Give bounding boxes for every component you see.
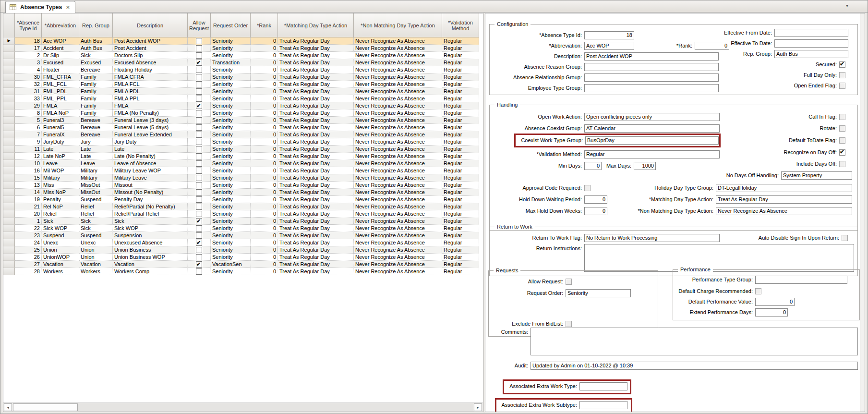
grid-cell[interactable]: 0 xyxy=(251,52,278,59)
grid-cell[interactable]: Post Accident WOP xyxy=(113,37,188,45)
grid-cell[interactable]: Never Recognize As Absence xyxy=(354,196,442,203)
grid-cell[interactable]: Seniority xyxy=(211,138,251,146)
grid-cell[interactable]: Dr Slip xyxy=(42,52,79,59)
column-header[interactable]: *Absence Type Id xyxy=(15,13,42,37)
record-selector[interactable] xyxy=(3,153,15,160)
absence-type-id-input[interactable]: 18 xyxy=(584,31,634,39)
hold-down-waiting-period-input[interactable]: 0 xyxy=(584,195,607,204)
grid-cell[interactable]: Transaction xyxy=(211,59,251,66)
grid-cell[interactable]: 0 xyxy=(251,146,278,153)
table-row[interactable]: 7FuneralXBereaveFuneral Leave ExtendedSe… xyxy=(3,131,479,138)
grid-cell[interactable]: Treat As Regular Day xyxy=(278,88,354,95)
grid-cell[interactable]: Unexc xyxy=(42,239,79,246)
grid-cell[interactable]: 29 xyxy=(15,102,42,110)
employee-type-group-input[interactable] xyxy=(584,84,719,92)
grid-cell[interactable]: 14 xyxy=(15,189,42,196)
grid-cell[interactable]: Auth Bus xyxy=(79,37,113,45)
comments-textarea[interactable] xyxy=(530,328,858,355)
grid-cell[interactable]: Treat As Regular Day xyxy=(278,52,354,59)
grid-cell[interactable]: Seniority xyxy=(211,81,251,88)
grid-cell[interactable]: Regular xyxy=(442,117,479,124)
grid-cell[interactable]: Seniority xyxy=(211,95,251,102)
grid-cell[interactable]: Suspend xyxy=(79,196,113,203)
allow-request-checkbox[interactable] xyxy=(196,88,202,95)
table-row[interactable]: 5Funeral3BereaveFuneral Leave (3 days)Se… xyxy=(3,117,479,124)
min-days-input[interactable]: 0 xyxy=(584,162,602,170)
table-row[interactable]: 14Miss NoPMissOutMissout (No Penalty)Sen… xyxy=(3,189,479,196)
grid-cell[interactable]: 12 xyxy=(15,153,42,160)
allow-request-checkbox[interactable] xyxy=(196,132,202,138)
allow-request-checkbox[interactable] xyxy=(196,139,202,145)
performance-type-group-input[interactable] xyxy=(755,276,847,284)
grid-cell[interactable]: 0 xyxy=(251,73,278,81)
grid-cell[interactable]: Never Recognize As Absence xyxy=(354,59,442,66)
grid-cell[interactable]: Regular xyxy=(442,81,479,88)
absence-coexist-group-input[interactable]: AT-Calendar xyxy=(584,124,720,133)
allow-request-cell[interactable] xyxy=(188,146,211,153)
allow-request-cell[interactable] xyxy=(188,174,211,182)
grid-cell[interactable]: Treat As Regular Day xyxy=(278,117,354,124)
grid-cell[interactable]: Never Recognize As Absence xyxy=(354,45,442,52)
column-header[interactable]: *Matching Day Type Action xyxy=(278,13,354,37)
grid-cell[interactable]: Union xyxy=(79,254,113,261)
allow-request-cell[interactable] xyxy=(188,81,211,88)
grid-cell[interactable]: 11 xyxy=(15,146,42,153)
allow-request-checkbox[interactable] xyxy=(196,110,202,116)
absence-relationship-group-input[interactable] xyxy=(584,73,719,82)
record-selector[interactable] xyxy=(3,196,15,203)
grid-cell[interactable]: Regular xyxy=(442,131,479,138)
grid-cell[interactable]: Treat As Regular Day xyxy=(278,66,354,73)
grid-cell[interactable]: 0 xyxy=(251,160,278,167)
record-selector[interactable] xyxy=(3,73,15,81)
grid-cell[interactable]: Seniority xyxy=(211,189,251,196)
grid-cell[interactable]: 33 xyxy=(15,95,42,102)
grid-cell[interactable]: Treat As Regular Day xyxy=(278,131,354,138)
column-header[interactable]: Allow Request xyxy=(188,13,211,37)
allow-request-checkbox[interactable] xyxy=(196,146,202,152)
allow-request-cell[interactable] xyxy=(188,196,211,203)
table-row[interactable]: 22Sick WOPSickSick WOPSeniority0Treat As… xyxy=(3,225,479,232)
grid-cell[interactable]: Floater xyxy=(42,66,79,73)
grid-cell[interactable]: FMLA FCL xyxy=(113,81,188,88)
allow-request-checkbox[interactable] xyxy=(196,52,202,59)
grid-cell[interactable]: Never Recognize As Absence xyxy=(354,225,442,232)
grid-cell[interactable]: 19 xyxy=(15,196,42,203)
max-hold-down-weeks-input[interactable]: 0 xyxy=(584,207,607,215)
grid-cell[interactable]: Treat As Regular Day xyxy=(278,81,354,88)
record-selector[interactable] xyxy=(3,131,15,138)
table-row[interactable]: 16Mil WOPMilitaryMilitary Leave WOPSenio… xyxy=(3,167,479,174)
record-selector[interactable] xyxy=(3,146,15,153)
column-header[interactable]: *Abbreviation xyxy=(42,13,79,37)
table-row[interactable]: 33FML_PPLFamilyFMLA PPLSeniority0Treat A… xyxy=(3,95,479,102)
grid-cell[interactable]: Treat As Regular Day xyxy=(278,239,354,246)
grid-cell[interactable]: Family xyxy=(79,73,113,81)
allow-request-cell[interactable] xyxy=(188,203,211,210)
grid-cell[interactable]: Unexc xyxy=(79,239,113,246)
grid-cell[interactable]: Never Recognize As Absence xyxy=(354,102,442,110)
grid-cell[interactable]: Regular xyxy=(442,254,479,261)
grid-cell[interactable]: Military Leave xyxy=(113,174,188,182)
grid-cell[interactable]: 0 xyxy=(251,203,278,210)
grid-cell[interactable]: Seniority xyxy=(211,45,251,52)
grid-cell[interactable]: 28 xyxy=(15,268,42,275)
grid-cell[interactable]: 0 xyxy=(251,239,278,246)
record-selector[interactable] xyxy=(3,95,15,102)
grid-cell[interactable]: Family xyxy=(79,102,113,110)
table-row[interactable]: 30FML_CFRAFamilyFMLA CFRASeniority0Treat… xyxy=(3,73,479,81)
grid-cell[interactable]: Regular xyxy=(442,146,479,153)
allow-request-checkbox[interactable] xyxy=(196,247,202,253)
allow-request-cell[interactable] xyxy=(188,88,211,95)
horizontal-scrollbar[interactable]: ◄ ► xyxy=(3,402,483,412)
grid-cell[interactable]: Regular xyxy=(442,138,479,146)
grid-cell[interactable]: 0 xyxy=(251,174,278,182)
record-selector[interactable] xyxy=(3,239,15,246)
allow-request-checkbox[interactable] xyxy=(196,45,202,51)
record-selector[interactable] xyxy=(3,174,15,182)
no-days-off-handling-input[interactable]: System Property xyxy=(781,171,852,180)
grid-cell[interactable]: Seniority xyxy=(211,73,251,81)
record-selector[interactable] xyxy=(3,232,15,239)
recognize-on-day-off-checkbox[interactable] xyxy=(839,149,845,156)
record-selector[interactable] xyxy=(3,102,15,110)
grid-cell[interactable]: FML_PPL xyxy=(42,95,79,102)
allow-request-cell[interactable] xyxy=(188,73,211,81)
